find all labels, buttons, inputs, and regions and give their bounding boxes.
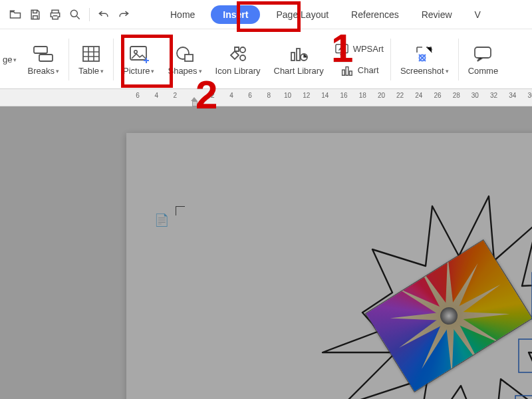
ruler-tick: 12 bbox=[302, 92, 311, 99]
ruler-tick: 34 bbox=[508, 92, 517, 99]
ribbon-separator bbox=[68, 39, 69, 80]
table-label: Table bbox=[78, 66, 99, 76]
icon-library-label: Icon Library bbox=[215, 66, 261, 76]
tab-view-partial[interactable]: V bbox=[468, 5, 487, 24]
svg-rect-10 bbox=[291, 53, 295, 61]
ribbon-separator bbox=[458, 39, 459, 80]
svg-rect-16 bbox=[349, 70, 352, 74]
picture-label: Picture bbox=[123, 66, 150, 76]
ruler-tick: 18 bbox=[358, 92, 367, 99]
shapes-label: Shapes bbox=[168, 66, 197, 76]
chart-button[interactable]: Chart bbox=[339, 64, 379, 77]
ruler-tick: 30 bbox=[470, 92, 479, 99]
print-icon[interactable] bbox=[45, 5, 65, 25]
breaks-label: Breaks bbox=[27, 66, 54, 76]
group-screenshot[interactable]: Screenshot▾ bbox=[394, 33, 456, 86]
ruler-tick: 16 bbox=[339, 92, 348, 99]
svg-rect-11 bbox=[297, 49, 300, 61]
document-icon: 📄 bbox=[154, 213, 169, 227]
group-chart-library[interactable]: Chart Library bbox=[267, 33, 331, 86]
group-table[interactable]: Table▾ bbox=[72, 33, 110, 86]
caret-icon: ▾ bbox=[13, 57, 17, 63]
group-picture[interactable]: Picture▾ bbox=[116, 33, 161, 86]
ruler-tick: 32 bbox=[489, 92, 499, 99]
ruler-tick: 20 bbox=[376, 92, 386, 99]
tab-review[interactable]: Review bbox=[415, 5, 459, 24]
open-icon[interactable] bbox=[5, 5, 25, 25]
group-breaks[interactable]: Breaks▾ bbox=[21, 33, 65, 86]
caret-icon: ▾ bbox=[56, 68, 59, 74]
caret-icon: ▾ bbox=[199, 68, 202, 74]
svg-rect-2 bbox=[39, 55, 53, 61]
group-shapes[interactable]: Shapes▾ bbox=[161, 33, 208, 86]
text-cursor-anchor bbox=[176, 206, 185, 215]
svg-point-5 bbox=[134, 51, 137, 54]
print-preview-icon[interactable] bbox=[65, 5, 85, 25]
page-label-partial: ge bbox=[3, 55, 12, 65]
ruler-tick: 2 bbox=[208, 92, 217, 99]
ruler-tick: 24 bbox=[414, 92, 424, 99]
blue-rectangle-shapes[interactable] bbox=[512, 213, 532, 399]
comment-label-partial: Comme bbox=[468, 66, 499, 76]
document-page[interactable] bbox=[126, 133, 532, 399]
ruler-tick: 6 bbox=[133, 92, 142, 99]
tab-insert[interactable]: Insert bbox=[211, 5, 260, 24]
indent-marker-icon[interactable] bbox=[191, 97, 198, 106]
ruler-tick: 6 bbox=[245, 92, 255, 99]
svg-point-9 bbox=[240, 55, 245, 61]
toolbar-separator bbox=[89, 8, 90, 21]
quick-access-toolbar: Home Insert Page Layout References Revie… bbox=[0, 0, 532, 29]
group-comment-partial[interactable]: Comme bbox=[462, 33, 505, 86]
svg-rect-14 bbox=[342, 70, 344, 75]
ruler-tick: 14 bbox=[321, 92, 330, 99]
comment-icon bbox=[473, 43, 493, 65]
chart-library-icon bbox=[289, 43, 309, 65]
chart-library-label: Chart Library bbox=[274, 66, 324, 76]
ruler-tick: 4 bbox=[227, 92, 236, 99]
ruler-tick: 26 bbox=[433, 92, 442, 99]
redo-icon[interactable] bbox=[114, 5, 134, 25]
wpsart-label: WPSArt bbox=[353, 44, 384, 54]
undo-icon[interactable] bbox=[94, 5, 114, 25]
ruler-tick: 2 bbox=[170, 92, 180, 99]
group-page-partial[interactable]: ge▾ bbox=[3, 33, 21, 86]
svg-rect-18 bbox=[475, 47, 491, 58]
svg-rect-3 bbox=[83, 47, 99, 61]
wpsart-icon bbox=[334, 43, 349, 56]
ribbon-separator bbox=[113, 39, 114, 80]
group-icon-library[interactable]: Icon Library bbox=[209, 33, 267, 86]
ribbon-separator bbox=[390, 39, 391, 80]
svg-rect-15 bbox=[346, 66, 348, 75]
caret-icon: ▾ bbox=[100, 68, 104, 74]
wpsart-button[interactable]: WPSArt bbox=[334, 43, 384, 56]
svg-rect-1 bbox=[34, 47, 47, 53]
chart-label: Chart bbox=[358, 65, 379, 75]
breaks-icon bbox=[33, 43, 54, 65]
ruler-tick: 10 bbox=[283, 92, 293, 99]
caret-icon: ▾ bbox=[151, 68, 154, 74]
screenshot-icon bbox=[413, 43, 436, 65]
document-workspace: 📄 bbox=[0, 106, 532, 399]
chart-icon bbox=[339, 64, 354, 77]
ruler-tick: 8 bbox=[264, 92, 273, 99]
tab-page-layout[interactable]: Page Layout bbox=[269, 5, 335, 24]
tab-references[interactable]: References bbox=[344, 5, 406, 24]
group-wpsart-chart: WPSArt Chart bbox=[331, 33, 388, 86]
ribbon-insert: ge▾ Breaks▾ Table▾ Picture▾ Shapes▾ Icon… bbox=[0, 29, 532, 89]
caret-icon: ▾ bbox=[446, 68, 449, 74]
horizontal-ruler[interactable]: 6 4 2 2 4 6 8 10 12 14 16 18 20 22 24 26… bbox=[0, 89, 532, 106]
ruler-tick: 4 bbox=[152, 92, 161, 99]
save-icon[interactable] bbox=[25, 5, 45, 25]
svg-point-0 bbox=[70, 10, 77, 17]
ruler-tick: 28 bbox=[452, 92, 461, 99]
svg-rect-24 bbox=[515, 396, 532, 399]
picture-icon bbox=[128, 43, 150, 65]
icon-library-icon bbox=[228, 43, 248, 65]
shapes-icon bbox=[175, 43, 195, 65]
tab-home[interactable]: Home bbox=[164, 5, 201, 24]
svg-point-8 bbox=[240, 47, 245, 53]
menu-tabs: Home Insert Page Layout References Revie… bbox=[164, 0, 487, 29]
svg-rect-22 bbox=[519, 339, 532, 372]
ruler-tick: 22 bbox=[396, 92, 405, 99]
ruler-tick: 36 bbox=[527, 92, 532, 99]
